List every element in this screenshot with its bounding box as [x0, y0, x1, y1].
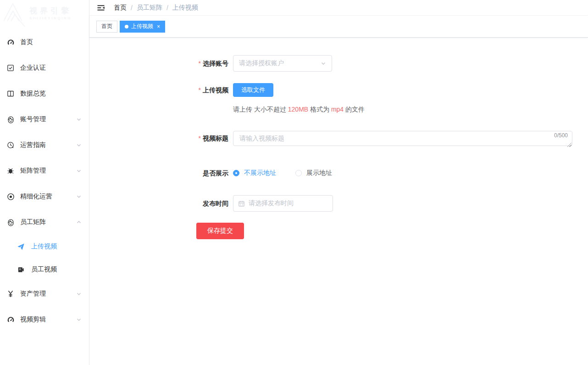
- sidebar-item-label: 运营指南: [20, 141, 76, 149]
- sidebar-item-label: 员工视频: [31, 265, 83, 274]
- sidebar-item-label: 数据总览: [20, 90, 83, 98]
- sidebar-item-label: 视频剪辑: [20, 315, 76, 324]
- clip-icon: [6, 315, 15, 324]
- account-select[interactable]: 请选择授权账户: [233, 55, 332, 72]
- upload-tip-format: mp4: [331, 106, 344, 113]
- sidebar-item-asset-management[interactable]: 资产管理: [0, 281, 89, 307]
- radio-unselected-icon: [295, 170, 302, 176]
- chevron-down-icon: [76, 168, 83, 174]
- active-dot-icon: [125, 25, 128, 28]
- char-counter: 0/500: [554, 132, 568, 139]
- chevron-down-icon: [76, 316, 83, 323]
- tab-upload-video[interactable]: 上传视频 ×: [120, 21, 165, 33]
- upload-tip-text: 的文件: [344, 106, 365, 113]
- upload-tip-size: 120MB: [288, 106, 308, 113]
- upload-tip-text: 请上传 大小不超过: [233, 106, 288, 113]
- sidebar-item-home[interactable]: 首页: [0, 29, 89, 55]
- sidebar-item-account-management[interactable]: 账号管理: [0, 107, 89, 132]
- publish-time-label: 发布时间: [196, 195, 228, 212]
- chevron-down-icon: [76, 193, 83, 200]
- form-row-upload: 上传视频 选取文件 请上传 大小不超过 120MB 格式为 mp4 的文件: [196, 83, 588, 114]
- tab-home[interactable]: 首页: [96, 21, 117, 33]
- account-icon: [6, 115, 15, 124]
- logo-mark-icon: [1, 1, 28, 27]
- sidebar-item-label: 上传视频: [31, 242, 83, 251]
- toutiao-watermark: 头条 @青州万潍网络: [422, 340, 583, 363]
- sidebar-item-matrix-management[interactable]: 矩阵管理: [0, 158, 89, 184]
- data-overview-icon: [6, 90, 15, 98]
- sidebar-item-label: 员工矩阵: [20, 218, 76, 226]
- logo: 视界引擎 SHIJIEYINQING: [0, 0, 89, 28]
- upload-form: 选择账号 请选择授权账户 上传视频 选取文件 请上传 大小不超过 120MB 格…: [89, 38, 588, 365]
- radio-label: 不展示地址: [244, 169, 276, 177]
- logo-title: 视界引擎: [29, 6, 72, 16]
- form-row-publish-time: 发布时间 请选择发布时间: [196, 195, 588, 212]
- sidebar-item-data-overview[interactable]: 数据总览: [0, 81, 89, 107]
- display-label: 是否展示: [196, 168, 228, 178]
- sidebar-item-label: 精细化运营: [20, 192, 76, 201]
- sidebar-item-label: 账号管理: [20, 115, 76, 124]
- display-radio-group: 不展示地址 展示地址: [233, 168, 332, 178]
- form-row-display: 是否展示 不展示地址 展示地址: [196, 168, 588, 178]
- certify-icon: [6, 64, 15, 72]
- asset-icon: [6, 290, 15, 298]
- guide-icon: [6, 141, 15, 149]
- form-row-title: 视频标题 0/500: [196, 131, 588, 148]
- choose-file-button[interactable]: 选取文件: [233, 83, 273, 97]
- sidebar-item-refined-operation[interactable]: 精细化运营: [0, 184, 89, 209]
- form-row-submit: 保存提交: [196, 223, 588, 239]
- top-navbar: 首页 / 员工矩阵 / 上传视频: [89, 0, 588, 16]
- chevron-down-icon: [76, 291, 83, 297]
- form-row-account: 选择账号 请选择授权账户: [196, 55, 588, 72]
- logo-subtitle: SHIJIEYINQING: [29, 16, 72, 21]
- sidebar-item-operation-guide[interactable]: 运营指南: [0, 132, 89, 158]
- sidebar-item-enterprise-certify[interactable]: 企业认证: [0, 55, 89, 81]
- close-icon[interactable]: ×: [157, 24, 160, 29]
- send-icon: [17, 242, 25, 251]
- target-icon: [6, 192, 15, 201]
- sidebar-item-upload-video[interactable]: 上传视频: [0, 235, 89, 258]
- dashboard-icon: [6, 38, 15, 46]
- sidebar-item-staff-video[interactable]: 员工视频: [0, 258, 89, 281]
- sidebar-item-staff-matrix[interactable]: 员工矩阵: [0, 209, 89, 235]
- publish-time-placeholder: 请选择发布时间: [249, 199, 294, 208]
- sidebar-item-label: 矩阵管理: [20, 167, 76, 175]
- sidebar-menu: 首页 企业认证 数据总览 账号管理 运营指南 矩阵管理: [0, 28, 89, 332]
- radio-label: 展示地址: [306, 169, 332, 177]
- breadcrumb-item[interactable]: 首页: [114, 4, 127, 12]
- video-title-input[interactable]: [233, 131, 572, 146]
- tab-label: 首页: [101, 22, 112, 30]
- sidebar-item-label: 企业认证: [20, 64, 83, 72]
- tags-view-bar: 首页 上传视频 ×: [89, 16, 588, 38]
- breadcrumb: 首页 / 员工矩阵 / 上传视频: [114, 4, 198, 12]
- save-submit-button[interactable]: 保存提交: [196, 223, 244, 239]
- radio-show-address[interactable]: 展示地址: [295, 169, 332, 177]
- app-window: 视界引擎 SHIJIEYINQING 首页 企业认证 数据总览 账号管理: [0, 0, 588, 365]
- sidebar-item-video-clip[interactable]: 视频剪辑: [0, 307, 89, 332]
- chevron-down-icon: [321, 61, 326, 66]
- upload-tip: 请上传 大小不超过 120MB 格式为 mp4 的文件: [233, 106, 365, 114]
- upload-label: 上传视频: [196, 83, 228, 97]
- radio-hide-address[interactable]: 不展示地址: [233, 169, 276, 177]
- video-title-label: 视频标题: [196, 131, 228, 146]
- breadcrumb-separator: /: [166, 4, 168, 11]
- chevron-up-icon: [76, 219, 83, 225]
- account-select-placeholder: 请选择授权账户: [239, 59, 321, 67]
- account-label: 选择账号: [196, 55, 228, 72]
- radio-selected-icon: [233, 170, 239, 176]
- calendar-icon: [238, 200, 245, 207]
- upload-tip-text: 格式为: [308, 106, 331, 113]
- breadcrumb-separator: /: [131, 4, 133, 11]
- staff-icon: [6, 218, 15, 226]
- logo-text: 视界引擎 SHIJIEYINQING: [29, 6, 72, 21]
- publish-time-picker[interactable]: 请选择发布时间: [233, 195, 333, 212]
- breadcrumb-item[interactable]: 员工矩阵: [137, 4, 162, 12]
- sidebar-item-label: 资产管理: [20, 290, 76, 298]
- matrix-icon: [6, 167, 15, 175]
- main-area: 首页 / 员工矩阵 / 上传视频 首页 上传视频 × 选择账号: [89, 0, 588, 365]
- chevron-down-icon: [76, 116, 83, 123]
- video-icon: [17, 265, 25, 274]
- sidebar-collapse-icon[interactable]: [96, 3, 105, 12]
- sidebar-item-label: 首页: [20, 38, 83, 46]
- tab-label: 上传视频: [131, 22, 153, 30]
